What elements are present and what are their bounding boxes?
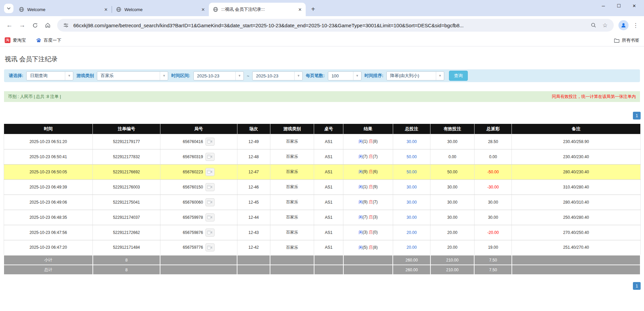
bookmark-baidu[interactable]: 百度一下	[36, 37, 61, 43]
url-text[interactable]: 66cxkj98.com/game/betrecord_search/kind3…	[73, 23, 586, 28]
date-end-select[interactable]: 2025-10-23 ▼	[252, 71, 303, 80]
minimize-button[interactable]: ─	[596, 0, 611, 11]
bookmark-label: 爱淘宝	[13, 37, 26, 43]
tab-welcome-1[interactable]: Welcome ✕	[15, 3, 112, 16]
browser-menu-icon[interactable]: ⋮	[631, 20, 641, 30]
video-replay-button[interactable]	[205, 229, 215, 237]
cell-total-bet[interactable]: 50.00	[393, 164, 430, 179]
video-replay-button[interactable]	[205, 243, 215, 251]
video-replay-button[interactable]	[205, 153, 215, 161]
site-settings-icon[interactable]	[62, 21, 70, 29]
all-bookmarks-label: 所有书签	[622, 37, 639, 43]
cell-result: 闲(9) 庄(7)	[343, 195, 393, 210]
tab-close-icon[interactable]: ✕	[103, 6, 109, 12]
result-banker-label: 庄	[369, 139, 373, 144]
cell-time: 2025-10-23 06:49:39	[4, 179, 93, 195]
reload-button[interactable]	[29, 19, 41, 31]
cell-bet-id: 522912171484	[93, 240, 160, 255]
tab-bet-records[interactable]: :::视讯 会员下注纪录::: ✕	[209, 3, 306, 16]
cell-payout: -30.00	[474, 179, 512, 195]
cell-round: 656759776	[160, 240, 237, 255]
cell-total-bet[interactable]: 20.00	[393, 240, 430, 255]
bookmark-star-icon[interactable]: ☆	[601, 21, 609, 29]
baidu-paw-icon	[36, 38, 41, 43]
total-payout: 7.50	[474, 265, 512, 275]
home-button[interactable]	[42, 19, 54, 31]
video-replay-button[interactable]	[205, 183, 215, 191]
cell-round: 656759876	[160, 225, 237, 240]
cell-result: 闲(7) 庄(7)	[343, 149, 393, 164]
chevron-down-icon: ▼	[436, 72, 444, 80]
all-bookmarks[interactable]: 所有书签	[614, 37, 639, 43]
query-type-select[interactable]: 日期查询 ▼	[26, 71, 73, 80]
tab-close-icon[interactable]: ✕	[297, 6, 303, 12]
cell-total-bet[interactable]: 30.00	[393, 134, 430, 149]
column-header: 注单编号	[93, 124, 160, 134]
date-start-select[interactable]: 2025-10-23 ▼	[193, 71, 244, 80]
video-replay-button[interactable]	[205, 168, 215, 176]
cell-table: AS1	[314, 240, 343, 255]
cell-payout: 0.00	[474, 149, 512, 164]
currency-summary: 币别 : 人民币 | 总共 :8 注单 |	[8, 94, 61, 100]
video-replay-button[interactable]	[205, 138, 215, 146]
video-icon	[207, 200, 213, 204]
cell-result: 闲(7) 庄(3)	[343, 210, 393, 225]
back-button[interactable]: ←	[3, 19, 15, 31]
cell-table: AS1	[314, 149, 343, 164]
cell-total-bet[interactable]: 50.00	[393, 149, 430, 164]
table-row: 2025-10-23 06:51:20 522912179177 6567604…	[4, 134, 640, 149]
sort-select[interactable]: 降幂(由大到小) ▼	[386, 71, 444, 80]
round-id: 656760319	[183, 154, 203, 159]
search-button[interactable]: 查询	[449, 71, 468, 81]
table-row: 2025-10-23 06:49:39 522912176003 6567601…	[4, 179, 640, 195]
tab-search-button[interactable]	[4, 4, 13, 13]
column-header: 备注	[512, 124, 640, 134]
globe-icon	[19, 7, 24, 12]
zoom-icon[interactable]	[590, 21, 598, 29]
cell-note: 310.40/280.40	[512, 179, 640, 195]
cell-total-bet[interactable]: 20.00	[393, 225, 430, 240]
cell-payout: 19.00	[474, 240, 512, 255]
profile-avatar[interactable]	[618, 20, 629, 30]
cell-bet-id: 522912179177	[93, 134, 160, 149]
cell-time: 2025-10-23 06:48:35	[4, 210, 93, 225]
result-player-value: (7)	[363, 154, 368, 159]
cell-total-bet[interactable]: 30.00	[393, 210, 430, 225]
round-id: 656759776	[183, 245, 203, 250]
cell-time: 2025-10-23 06:50:41	[4, 149, 93, 164]
cell-table: AS1	[314, 195, 343, 210]
tab-close-icon[interactable]: ✕	[200, 6, 206, 12]
video-icon	[207, 139, 213, 144]
bookmark-aitaobao[interactable]: 淘 爱淘宝	[5, 37, 26, 43]
cell-total-bet[interactable]: 30.00	[393, 179, 430, 195]
cell-valid-bet: 30.00	[430, 179, 474, 195]
chevron-down-icon: ▼	[294, 72, 302, 80]
table-footer: 小计 8 260.00 210.00 7.50 总计 8 260.00 210.…	[4, 255, 640, 275]
page-number-button[interactable]: 1	[633, 282, 641, 290]
video-replay-button[interactable]	[205, 198, 215, 206]
cell-round: 656759978	[160, 210, 237, 225]
column-header: 结果	[343, 124, 393, 134]
close-button[interactable]: ✕	[627, 0, 642, 11]
new-tab-button[interactable]: +	[308, 4, 318, 14]
game-type-label: 游戏类别	[76, 73, 94, 79]
cell-result: 闲(5) 庄(8)	[343, 240, 393, 255]
pagination-top: 1	[3, 112, 641, 119]
address-bar[interactable]: 66cxkj98.com/game/betrecord_search/kind3…	[57, 19, 614, 32]
per-page-select[interactable]: 100 ▼	[328, 71, 362, 80]
chevron-down-icon: ▼	[235, 72, 243, 80]
result-player-value: (7)	[363, 215, 368, 219]
forward-button[interactable]: →	[16, 19, 28, 31]
cell-total-bet[interactable]: 30.00	[393, 195, 430, 210]
tab-welcome-2[interactable]: Welcome ✕	[112, 3, 209, 16]
cell-time: 2025-10-23 06:47:56	[4, 225, 93, 240]
page-number-button[interactable]: 1	[633, 112, 641, 119]
cell-session: 12-44	[237, 210, 270, 225]
result-player-value: (9)	[363, 200, 368, 204]
video-icon	[207, 185, 213, 189]
video-replay-button[interactable]	[205, 213, 215, 221]
maximize-button[interactable]: ☐	[611, 0, 627, 11]
cell-table: AS1	[314, 210, 343, 225]
cell-game: 百家乐	[270, 179, 314, 195]
game-type-select[interactable]: 百家乐 ▼	[97, 71, 168, 80]
